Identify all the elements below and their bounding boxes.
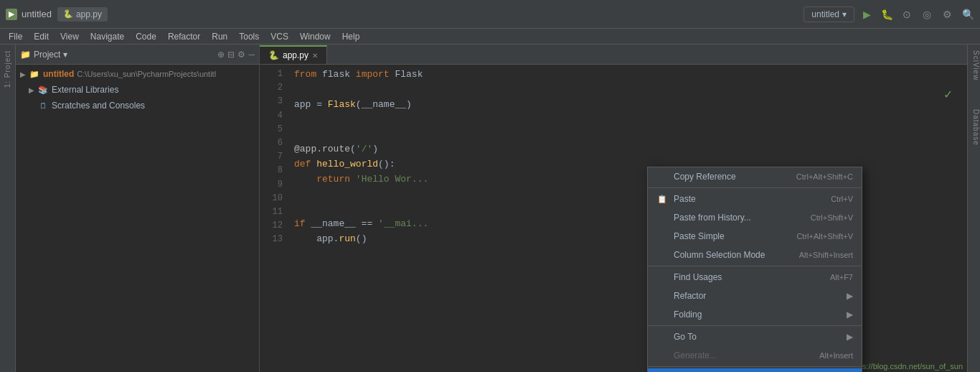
project-collapse-icon[interactable]: ⊟ (227, 50, 235, 60)
main-layout: 1: Project 📁 Project ▾ ⊕ ⊟ ⚙ ─ ▶ 📁 untit… (0, 45, 980, 372)
ctx-copy-reference-shortcut: Ctrl+Alt+Shift+C (796, 172, 853, 181)
project-settings-icon[interactable]: ⚙ (237, 50, 245, 60)
tree-arrow: ▶ (29, 86, 37, 94)
tree-project-path: C:\Users\xu_sun\PycharmProjects\untitl (77, 70, 216, 78)
project-header-icons: ⊕ ⊟ ⚙ ─ (217, 50, 255, 60)
ctx-find-usages[interactable]: Find Usages Alt+F7 (648, 268, 862, 287)
ctx-paste-simple[interactable]: Paste Simple Ctrl+Alt+Shift+V (648, 227, 862, 246)
ctx-paste-simple-label: Paste Simple (674, 231, 725, 241)
scratches-icon: 🗒 (37, 100, 49, 111)
ctx-column-selection-shortcut: Alt+Shift+Insert (799, 251, 853, 259)
editor-tab-app-py[interactable]: 🐍 app.py ✕ (260, 45, 327, 64)
profile-button[interactable]: ◎ (919, 6, 935, 22)
run-config-button[interactable]: untitled ▾ (804, 6, 854, 22)
ctx-generate-label: Generate... (674, 350, 717, 361)
ctx-find-usages-label: Find Usages (674, 272, 722, 282)
ctx-separator-1 (648, 187, 862, 188)
folder-icon: 📁 (29, 68, 40, 80)
menu-refactor[interactable]: Refactor (162, 30, 206, 43)
ctx-column-selection[interactable]: Column Selection Mode Alt+Shift+Insert (648, 246, 862, 264)
project-add-icon[interactable]: ⊕ (217, 50, 225, 60)
paste-icon: 📋 (656, 193, 668, 205)
column-selection-icon (656, 249, 668, 261)
menu-vcs[interactable]: VCS (265, 30, 294, 43)
search-button[interactable]: 🔍 (962, 9, 974, 20)
menu-tools[interactable]: Tools (233, 30, 265, 43)
tree-external-libraries-label: External Libraries (52, 85, 118, 95)
project-title: Project (34, 50, 60, 60)
ctx-copy-reference[interactable]: Copy Reference Ctrl+Alt+Shift+C (648, 167, 862, 186)
ctx-generate: Generate... Alt+Insert (648, 346, 862, 365)
tree-item-untitled[interactable]: ▶ 📁 untitled C:\Users\xu_sun\PycharmProj… (16, 66, 259, 82)
project-header: 📁 Project ▾ ⊕ ⊟ ⚙ ─ (16, 45, 259, 65)
ctx-go-to[interactable]: Go To ▶ (648, 327, 862, 346)
folding-submenu-icon: ▶ (847, 310, 853, 320)
menu-run[interactable]: Run (206, 30, 233, 43)
tree-item-external-libraries[interactable]: ▶ 📚 External Libraries (16, 82, 259, 98)
refactor-icon (656, 290, 668, 302)
menu-window[interactable]: Window (294, 30, 336, 43)
title-app-tab-label: app.py (76, 9, 102, 19)
copy-ref-icon (656, 171, 668, 182)
context-menu: Copy Reference Ctrl+Alt+Shift+C 📋 Paste … (647, 167, 862, 372)
menu-bar: File Edit View Navigate Code Refactor Ru… (0, 29, 980, 45)
project-dropdown-icon[interactable]: ▾ (63, 50, 67, 60)
menu-help[interactable]: Help (336, 30, 366, 43)
project-panel-label[interactable]: 1: Project (4, 50, 11, 88)
project-minimize-icon[interactable]: ─ (248, 50, 255, 60)
tree-scratches-label: Scratches and Consoles (52, 101, 145, 111)
tab-label: app.py (283, 50, 308, 60)
tree-item-scratches[interactable]: ▶ 🗒 Scratches and Consoles (16, 98, 259, 113)
bottom-url-bar: https://blog.csdn.net/sun_of_sun (847, 361, 966, 372)
folding-icon (656, 309, 668, 320)
go-to-icon (656, 331, 668, 343)
right-panel-strip: SciView Database (967, 45, 980, 372)
database-label[interactable]: Database (968, 109, 980, 146)
coverage-button[interactable]: ⊙ (899, 6, 915, 22)
sciview-label[interactable]: SciView (968, 50, 980, 80)
checkmark-indicator: ✓ (943, 88, 953, 101)
ctx-paste[interactable]: 📋 Paste Ctrl+V (648, 190, 862, 208)
title-app-tab: 🐍 app.py (57, 7, 108, 22)
menu-view[interactable]: View (55, 30, 85, 43)
tree-project-name: untitled (43, 69, 74, 79)
project-tree: ▶ 📁 untitled C:\Users\xu_sun\PycharmProj… (16, 65, 259, 372)
tab-close-button[interactable]: ✕ (312, 52, 318, 60)
find-usages-icon (656, 271, 668, 283)
url-text: https://blog.csdn.net/sun_of_sun (849, 362, 963, 371)
ctx-paste-history-label: Paste from History... (674, 213, 751, 223)
menu-edit[interactable]: Edit (28, 30, 55, 43)
library-icon: 📚 (37, 84, 49, 96)
ctx-go-to-label: Go To (674, 332, 697, 342)
run-config-label: untitled (811, 9, 839, 19)
ctx-run-flask[interactable]: ▶ Run 'Flask (app.py)' Ctrl+Shift+F10 (648, 368, 862, 372)
menu-navigate[interactable]: Navigate (85, 30, 130, 43)
tree-arrow: ▶ (20, 70, 29, 78)
debug-button[interactable]: 🐛 (879, 6, 895, 22)
ctx-paste-history-shortcut: Ctrl+Shift+V (811, 213, 853, 222)
ctx-folding[interactable]: Folding ▶ (648, 305, 862, 324)
folder-icon: 📁 (20, 50, 31, 60)
left-panel-strip: 1: Project (0, 45, 16, 372)
code-content[interactable]: from flask import Flask app = Flask(__na… (288, 65, 967, 372)
refactor-submenu-icon: ▶ (847, 291, 853, 301)
ctx-paste-label: Paste (674, 194, 696, 204)
ctx-paste-simple-shortcut: Ctrl+Alt+Shift+V (796, 232, 853, 241)
ctx-paste-from-history[interactable]: Paste from History... Ctrl+Shift+V (648, 208, 862, 227)
tree-arrow: ▶ (29, 102, 37, 110)
chevron-down-icon: ▾ (842, 9, 847, 19)
project-panel: 📁 Project ▾ ⊕ ⊟ ⚙ ─ ▶ 📁 untitled C:\User… (16, 45, 260, 372)
run-button[interactable]: ▶ (859, 6, 875, 22)
ctx-separator-2 (648, 266, 862, 266)
py-tab-icon: 🐍 (268, 50, 279, 60)
ctx-column-selection-label: Column Selection Mode (674, 250, 765, 260)
title-bar: ▶ untitled 🐍 app.py untitled ▾ ▶ 🐛 ⊙ ◎ ⚙… (0, 0, 980, 29)
build-button[interactable]: ⚙ (939, 6, 955, 22)
paste-simple-icon (656, 231, 668, 242)
ctx-refactor[interactable]: Refactor ▶ (648, 287, 862, 305)
menu-file[interactable]: File (3, 30, 28, 43)
ctx-folding-label: Folding (674, 310, 702, 320)
editor-area: 🐍 app.py ✕ 1 2 3 4 5 6 7 8 9 10 11 12 13 (260, 45, 967, 372)
title-project-name: untitled (22, 9, 52, 19)
menu-code[interactable]: Code (130, 30, 162, 43)
